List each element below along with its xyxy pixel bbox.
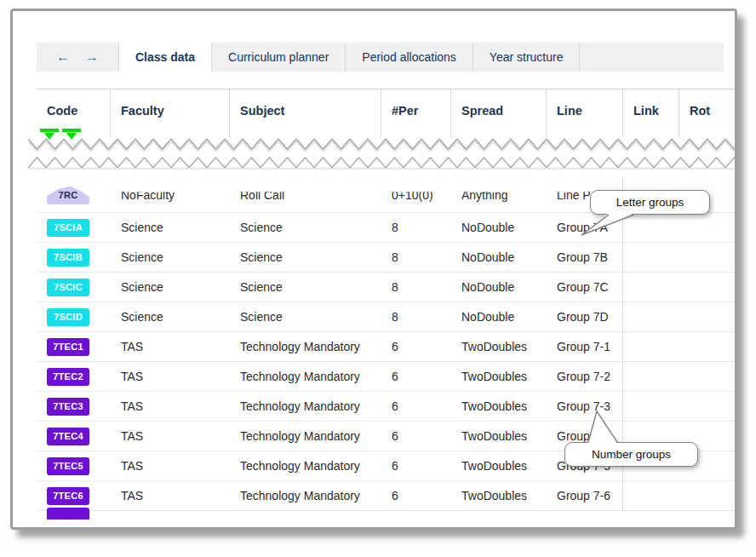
cell-spread[interactable]: TwoDoubles xyxy=(451,489,547,502)
cell-spread[interactable]: NoDouble xyxy=(451,221,547,234)
cell-faculty[interactable]: TAS xyxy=(111,370,230,383)
tab-curriculum-planner[interactable]: Curriculum planner xyxy=(212,43,346,72)
selection-marker xyxy=(62,129,81,140)
cell-spread[interactable]: TwoDoubles xyxy=(451,370,547,383)
cell-subject[interactable]: Technology Mandatory xyxy=(230,429,381,443)
cell-spread[interactable]: NoDouble xyxy=(451,280,547,294)
cell-spread[interactable]: TwoDoubles xyxy=(451,340,547,353)
cell-periods[interactable]: 6 xyxy=(381,429,451,443)
class-code-badge[interactable]: 7TEC6 xyxy=(47,487,89,505)
cell-faculty[interactable]: NoFaculty xyxy=(111,188,230,202)
class-code-badge[interactable]: 7SCID xyxy=(47,308,89,326)
cell-faculty[interactable]: Science xyxy=(111,310,230,324)
cell-code[interactable]: 7TEC5 xyxy=(37,457,111,475)
cell-periods[interactable]: 8 xyxy=(381,310,451,324)
class-code-badge[interactable]: 7SCIA xyxy=(47,219,89,237)
tab-period-allocations[interactable]: Period allocations xyxy=(346,43,473,72)
column-header-periods[interactable]: #Per xyxy=(381,89,451,138)
column-header-rotation[interactable]: Rot xyxy=(679,89,737,138)
cell-spread[interactable]: TwoDoubles xyxy=(451,459,547,473)
class-code-badge[interactable]: 7SCIC xyxy=(47,278,89,296)
column-header-spread[interactable]: Spread xyxy=(451,89,547,138)
cell-code[interactable]: 7SCID xyxy=(37,308,111,326)
class-code-badge-partial xyxy=(47,508,89,520)
cell-code[interactable]: 7TEC3 xyxy=(37,398,111,416)
class-code-badge[interactable]: 7TEC1 xyxy=(47,338,89,356)
selection-markers xyxy=(40,129,81,140)
cell-spread[interactable]: Anything xyxy=(451,188,547,202)
cell-faculty[interactable]: TAS xyxy=(111,340,230,353)
cell-faculty[interactable]: Science xyxy=(111,280,230,294)
cell-periods[interactable]: 6 xyxy=(381,399,451,413)
back-arrow-icon[interactable]: ← xyxy=(56,50,70,64)
column-header-line[interactable]: Line xyxy=(547,89,623,138)
column-header-link[interactable]: Link xyxy=(623,89,679,138)
cell-subject[interactable]: Technology Mandatory xyxy=(230,370,381,383)
class-code-badge[interactable]: 7TEC5 xyxy=(47,457,89,475)
cell-spread[interactable]: NoDouble xyxy=(451,310,547,324)
cell-line[interactable]: Group 7-6 xyxy=(547,481,623,510)
cell-line[interactable]: Group 7-1 xyxy=(547,332,623,361)
cell-subject[interactable]: Science xyxy=(230,310,381,324)
cell-spread[interactable]: TwoDoubles xyxy=(451,429,547,443)
forward-arrow-icon[interactable]: → xyxy=(85,50,99,64)
cell-subject[interactable]: Science xyxy=(230,280,381,294)
cell-faculty[interactable]: TAS xyxy=(111,399,230,413)
cell-periods[interactable]: 6 xyxy=(381,370,451,383)
torn-edge-bottom xyxy=(28,156,737,169)
cell-subject[interactable]: Science xyxy=(230,221,381,234)
cell-periods[interactable]: 6 xyxy=(381,459,451,473)
column-header-faculty[interactable]: Faculty xyxy=(111,89,230,138)
table-row[interactable]: 7SCID Science Science 8 NoDouble Group 7… xyxy=(37,302,737,332)
cell-line[interactable]: Group 7D xyxy=(547,302,623,331)
class-code-badge[interactable]: 7TEC4 xyxy=(47,428,89,445)
cell-code[interactable]: 7TEC6 xyxy=(37,487,111,505)
cell-faculty[interactable]: TAS xyxy=(111,459,230,473)
callout-number-groups: Number groups xyxy=(564,442,698,467)
column-header-subject[interactable]: Subject xyxy=(230,89,381,138)
cell-periods[interactable]: 6 xyxy=(381,489,451,502)
cell-line[interactable]: Group 7-2 xyxy=(547,362,623,391)
cell-periods[interactable]: 0+10(0) xyxy=(381,188,451,202)
class-code-badge[interactable]: 7SCIB xyxy=(47,249,89,267)
cell-code[interactable]: 7RC xyxy=(37,186,111,204)
cell-subject[interactable]: Technology Mandatory xyxy=(230,489,381,502)
cell-faculty[interactable]: Science xyxy=(111,221,230,234)
class-code-badge[interactable]: 7TEC2 xyxy=(47,368,89,386)
tab-class-data[interactable]: Class data xyxy=(119,43,212,72)
cell-subject[interactable]: Science xyxy=(230,250,381,264)
cell-code[interactable]: 7SCIA xyxy=(37,219,111,237)
table-row[interactable]: 7SCIC Science Science 8 NoDouble Group 7… xyxy=(37,273,737,302)
cell-line[interactable]: Group 7B xyxy=(547,243,623,272)
table-row[interactable]: 7SCIB Science Science 8 NoDouble Group 7… xyxy=(37,243,737,273)
cell-faculty[interactable]: TAS xyxy=(111,429,230,443)
tab-year-structure[interactable]: Year structure xyxy=(473,43,581,72)
cell-periods[interactable]: 8 xyxy=(381,221,451,234)
cell-subject[interactable]: Technology Mandatory xyxy=(230,399,381,413)
cell-subject[interactable]: Roll Call xyxy=(230,188,381,202)
green-triangle-icon xyxy=(44,133,54,140)
cell-code[interactable]: 7TEC2 xyxy=(37,368,111,386)
cell-code[interactable]: 7SCIC xyxy=(37,278,111,296)
cell-code[interactable]: 7TEC4 xyxy=(37,428,111,445)
nav-arrows: ← → xyxy=(37,43,119,72)
cell-code[interactable]: 7TEC1 xyxy=(37,338,111,356)
cell-subject[interactable]: Technology Mandatory xyxy=(230,340,381,353)
table-row[interactable]: 7TEC6 TAS Technology Mandatory 6 TwoDoub… xyxy=(37,481,737,511)
cell-faculty[interactable]: TAS xyxy=(111,489,230,502)
table-row[interactable]: 7TEC3 TAS Technology Mandatory 6 TwoDoub… xyxy=(37,392,737,422)
cell-periods[interactable]: 6 xyxy=(381,340,451,353)
table-row[interactable]: 7TEC1 TAS Technology Mandatory 6 TwoDoub… xyxy=(37,332,737,362)
cell-periods[interactable]: 8 xyxy=(381,250,451,264)
cell-periods[interactable]: 8 xyxy=(381,280,451,294)
cell-code[interactable]: 7SCIB xyxy=(37,249,111,267)
class-code-badge[interactable]: 7RC xyxy=(47,186,89,204)
screenshot-frame: ← → Class data Curriculum planner Period… xyxy=(10,9,737,530)
cell-spread[interactable]: TwoDoubles xyxy=(451,399,547,413)
class-code-badge[interactable]: 7TEC3 xyxy=(47,398,89,416)
cell-subject[interactable]: Technology Mandatory xyxy=(230,459,381,473)
cell-faculty[interactable]: Science xyxy=(111,250,230,264)
table-row[interactable]: 7TEC2 TAS Technology Mandatory 6 TwoDoub… xyxy=(37,362,737,392)
cell-spread[interactable]: NoDouble xyxy=(451,250,547,264)
cell-line[interactable]: Group 7C xyxy=(547,273,623,301)
